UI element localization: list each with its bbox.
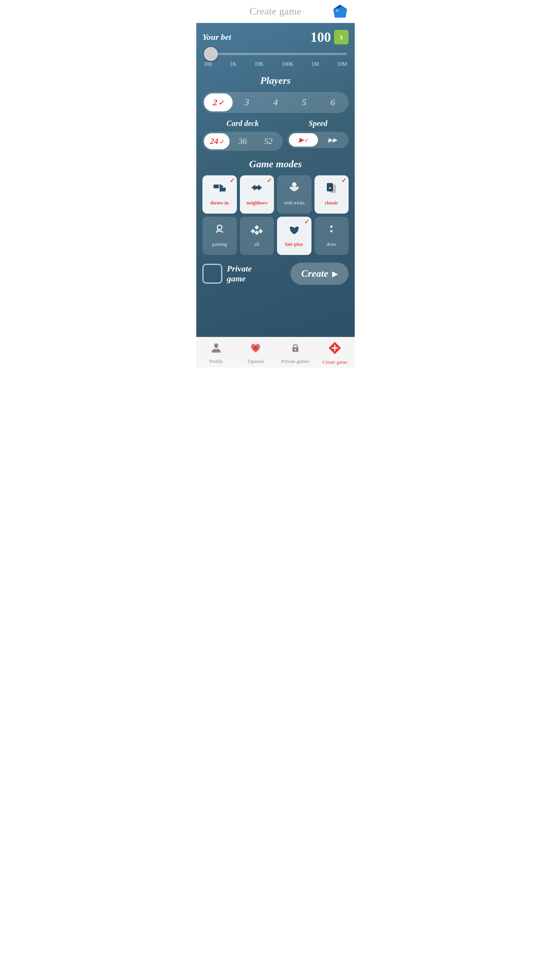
mode-throw-in-check: ✓ [230,177,235,184]
neighbors-icon [250,181,264,198]
mode-fair-play-label: fair play [285,241,303,247]
private-game-section: Privategame [202,264,252,284]
speed-group: Speed ▶✓ ▶▶ [287,119,349,148]
speed-label: Speed [287,119,349,128]
bet-currency-icon: $ [334,30,349,44]
nav-create-label: Create game [323,359,347,365]
mode-classic-check: ✓ [341,177,346,184]
svg-rect-7 [214,185,219,188]
svg-rect-13 [255,186,259,189]
nav-profile-label: Profile [209,358,223,364]
deck-option-24[interactable]: 24✓ [204,133,230,149]
options-row: Card deck 24✓ 36 52 Speed ▶✓ ▶▶ [202,119,349,151]
page-title: Create game [249,6,302,17]
game-modes-grid: ✓ throw-in ✓ [202,175,349,255]
game-modes-section: Game modes ✓ throw-in ✓ [202,158,349,255]
passing-icon [213,222,227,239]
throw-in-icon [213,181,227,198]
slider-label-1m: 1M [311,61,319,67]
private-game-checkbox[interactable] [202,264,222,284]
mode-throw-in[interactable]: ✓ throw-in [202,175,237,214]
nav-item-profile[interactable]: Profile [196,342,236,364]
create-button-label: Create [301,268,328,279]
create-button-arrow-icon: ▶ [332,269,338,278]
bet-label: Your bet [202,32,231,42]
svg-rect-15 [293,184,295,185]
create-button[interactable]: Create ▶ [290,263,349,285]
deck-option-36[interactable]: 36 [230,133,255,149]
slider-label-10k: 10K [254,61,264,67]
private-games-icon [289,342,302,357]
slider-label-10m: 10M [337,61,347,67]
mode-with-tricks[interactable]: with tricks [277,175,311,214]
draw-icon [324,222,338,239]
mode-all-label: all [254,241,259,247]
svg-point-26 [295,349,296,350]
mode-neighbors-label: neighbors [246,200,267,206]
players-option-6[interactable]: 6 [318,93,347,111]
svg-point-20 [330,225,333,228]
bet-section: Your bet 100 $ 100 1K 10K 100K 1M 10M [202,29,349,67]
slider-label-100: 100 [204,61,212,67]
speed-option-fast[interactable]: ▶▶ [318,133,347,147]
create-game-icon [328,341,342,358]
bet-slider-container[interactable]: 100 1K 10K 100K 1M 10M [202,50,349,67]
bottom-row: Privategame Create ▶ [202,263,349,285]
players-option-5[interactable]: 5 [290,93,318,111]
mode-all[interactable]: all [240,217,274,255]
svg-point-4 [336,10,338,12]
players-option-3[interactable]: 3 [233,93,261,111]
header: Create game [196,0,355,23]
speed-selector: ▶✓ ▶▶ [287,132,349,148]
svg-point-21 [330,230,333,232]
mode-throw-in-label: throw-in [210,200,229,206]
card-deck-selector: 24✓ 36 52 [202,132,283,151]
svg-marker-12 [258,185,262,191]
speed-option-normal[interactable]: ▶✓ [289,133,318,147]
mode-fair-play-check: ✓ [304,218,309,225]
players-title: Players [202,75,349,87]
opened-icon [249,342,262,357]
players-section: Players 2✓ 3 4 5 6 [202,75,349,113]
slider-labels: 100 1K 10K 100K 1M 10M [204,61,347,67]
mode-neighbors[interactable]: ✓ neighbors [240,175,274,214]
svg-text:♠: ♠ [329,186,331,190]
gem-icon [332,3,349,20]
slider-label-100k: 100K [282,61,293,67]
players-option-2[interactable]: 2✓ [204,93,233,111]
bet-slider[interactable] [204,53,347,55]
card-deck-group: Card deck 24✓ 36 52 [202,119,283,151]
card-deck-label: Card deck [202,119,283,128]
mode-fair-play[interactable]: ✓ fair play [277,217,311,255]
main-content: Your bet 100 $ 100 1K 10K 100K 1M 10M [196,23,355,337]
nav-opened-label: Opened [248,358,263,364]
classic-icon: ♠ [324,181,338,198]
mode-passing-label: passing [212,241,227,247]
game-modes-title: Game modes [202,158,349,170]
players-option-4[interactable]: 4 [261,93,290,111]
svg-marker-11 [251,185,255,191]
players-selector: 2✓ 3 4 5 6 [202,92,349,113]
nav-item-create-game[interactable]: Create game [315,341,355,365]
mode-classic[interactable]: ✓ ♠ classic [315,175,349,214]
mode-with-tricks-label: with tricks [284,200,305,206]
profile-icon [210,342,222,357]
fair-play-icon [287,222,301,239]
with-tricks-icon [287,181,301,198]
nav-private-label: Private games [281,358,309,364]
bet-value: 100 [310,29,331,45]
nav-item-opened[interactable]: Opened [236,342,276,364]
svg-marker-3 [333,8,347,18]
mode-passing[interactable]: passing [202,217,237,255]
bottom-nav: Profile Opened Private games [196,337,355,368]
svg-text:$: $ [340,35,343,41]
nav-item-private-games[interactable]: Private games [276,342,315,364]
mode-draw-label: draw [326,241,336,247]
slider-label-1k: 1K [230,61,236,67]
all-icon [250,222,264,239]
mode-classic-label: classic [325,200,338,206]
private-game-label: Privategame [227,264,252,284]
mode-draw[interactable]: draw [315,217,349,255]
mode-neighbors-check: ✓ [267,177,272,184]
deck-option-52[interactable]: 52 [256,133,281,149]
